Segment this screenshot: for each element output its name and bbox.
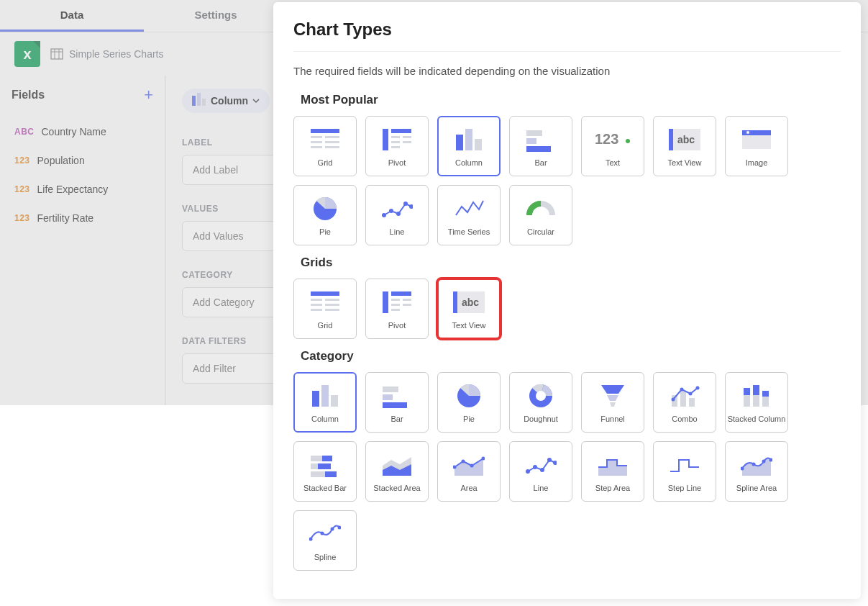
svg-rect-50 [391,299,400,301]
chart-type-area[interactable]: Area [437,441,501,502]
svg-rect-47 [325,309,339,311]
datasource-item[interactable]: Simple Series Charts [50,48,164,60]
chart-card-label: Combo [672,415,697,423]
svg-rect-46 [311,309,322,311]
chart-type-bar[interactable]: Bar [365,372,429,433]
svg-text:123: 123 [595,131,618,147]
chart-card-label: Text [606,158,620,167]
svg-rect-83 [311,456,322,461]
chart-section-grid: ColumnBarPieDoughnutFunnelComboStacked C… [293,372,841,571]
chart-type-grid[interactable]: Grid [293,116,357,176]
svg-rect-41 [311,291,339,296]
chart-type-stackedarea[interactable]: Stacked Area [365,441,429,502]
svg-text:abc: abc [677,134,695,145]
chart-type-pivot[interactable]: Pivot [365,279,429,339]
grid-icon [306,288,344,317]
funnel-icon [594,381,631,410]
svg-rect-42 [311,299,322,301]
chart-type-text[interactable]: 123Text [581,116,644,176]
chart-type-stackedcolumn[interactable]: Stacked Column [725,372,788,433]
number-type-icon: 123 [14,155,30,166]
svg-rect-24 [526,130,542,136]
chart-type-textview[interactable]: abcText View [653,116,716,176]
svg-rect-77 [744,388,750,395]
chart-card-label: Stacked Area [373,484,420,492]
svg-rect-19 [403,141,411,143]
chart-type-stackedbar[interactable]: Stacked Bar [293,441,357,502]
chart-type-combo[interactable]: Combo [653,372,716,433]
svg-rect-79 [753,385,759,395]
chart-type-funnel[interactable]: Funnel [581,372,644,433]
svg-text:abc: abc [462,297,479,308]
svg-rect-0 [51,49,63,59]
tab-settings[interactable]: Settings [144,0,288,32]
chart-types-popover: Chart Types The required fields will be … [273,2,861,599]
chart-card-label: Grid [318,321,333,330]
textview-icon: abc [450,288,488,317]
chart-type-timeseries[interactable]: Time Series [437,185,501,245]
chart-card-label: Step Area [595,484,630,492]
spline-icon [306,520,344,548]
chart-type-stepline[interactable]: Step Line [653,441,716,502]
popover-description: The required fields will be indicated de… [293,65,841,77]
field-item[interactable]: ABCCountry Name [12,117,153,146]
timeseries-icon [450,194,488,223]
line-icon [522,451,559,479]
text-icon: 123 [594,125,631,154]
svg-rect-56 [453,291,457,313]
svg-point-38 [396,212,401,216]
tab-data[interactable]: Data [0,0,144,32]
chart-card-label: Stacked Bar [303,484,347,492]
field-label: Fertility Rate [37,212,94,224]
number-type-icon: 123 [14,184,30,194]
svg-rect-17 [403,136,411,138]
chart-type-line[interactable]: Line [509,441,572,502]
svg-rect-49 [391,291,411,296]
add-field-button[interactable]: + [144,86,153,104]
chart-type-pivot[interactable]: Pivot [365,116,429,176]
chart-type-grid[interactable]: Grid [293,279,357,339]
field-item[interactable]: 123Life Expectancy [12,175,153,204]
svg-rect-54 [391,309,400,311]
chart-type-line[interactable]: Line [365,185,429,245]
svg-rect-11 [325,141,339,143]
field-item[interactable]: 123Population [12,146,153,175]
chart-type-textview[interactable]: abcText View [437,279,501,339]
field-item[interactable]: 123Fertility Rate [12,204,153,232]
svg-point-98 [540,468,544,472]
chart-type-circular[interactable]: Circular [509,185,572,245]
viz-type-selector[interactable]: Column [182,89,270,113]
chart-section-grid: GridPivotColumnBar123TextabcText ViewIma… [293,116,841,245]
svg-rect-18 [391,141,400,143]
field-label: Country Name [42,126,106,137]
chart-type-spline[interactable]: Spline [293,510,357,571]
svg-point-28 [626,139,630,143]
chart-type-image[interactable]: Image [725,116,788,176]
svg-point-99 [547,458,552,462]
chart-type-steparea[interactable]: Step Area [581,441,644,502]
chart-type-pie[interactable]: Pie [437,372,501,433]
excel-file-icon: x [14,41,40,67]
chart-card-label: Pivot [388,158,406,167]
chart-card-label: Time Series [448,227,490,236]
chart-type-column[interactable]: Column [293,372,357,433]
svg-rect-21 [456,135,463,150]
datasource-name: Simple Series Charts [69,48,164,60]
chart-card-label: Grid [318,158,333,167]
svg-rect-25 [526,138,536,144]
chevron-down-icon [252,97,260,104]
chart-type-doughnut[interactable]: Doughnut [509,372,572,433]
chart-card-label: Pie [463,415,475,423]
svg-rect-59 [321,385,329,407]
field-label: Population [37,155,85,166]
stackedarea-icon [378,451,416,479]
svg-rect-9 [325,136,339,138]
doughnut-icon [522,381,559,410]
chart-card-label: Step Line [668,484,701,492]
chart-type-pie[interactable]: Pie [293,185,357,245]
chart-card-label: Text View [452,321,486,330]
chart-type-bar[interactable]: Bar [509,116,572,176]
chart-card-label: Column [455,158,483,167]
chart-type-splinearea[interactable]: Spline Area [725,441,788,502]
chart-type-column[interactable]: Column [437,116,501,176]
